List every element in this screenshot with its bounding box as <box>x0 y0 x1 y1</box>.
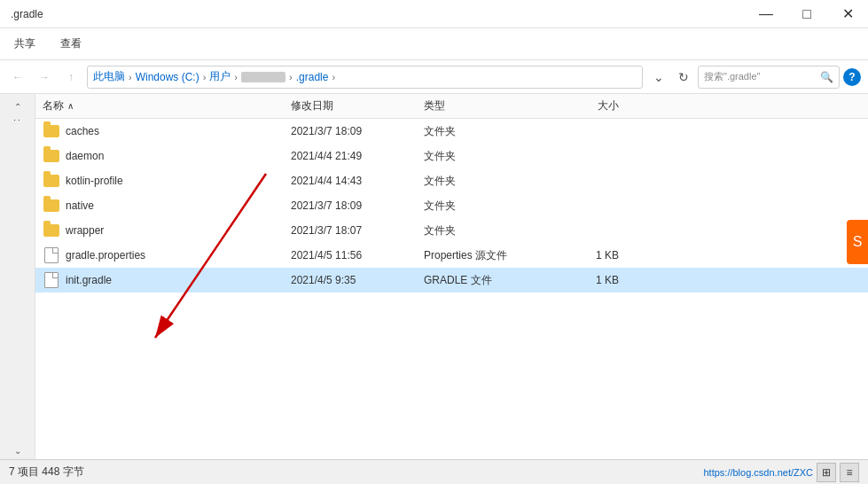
file-date: 2021/4/4 21:49 <box>291 150 424 162</box>
file-row-4[interactable]: native2021/3/7 18:09文件夹 <box>35 193 868 218</box>
file-type: GRADLE 文件 <box>424 273 548 288</box>
ribbon: 共享 查看 <box>0 28 868 60</box>
window-title: .gradle <box>11 8 43 20</box>
search-box[interactable]: 搜索".gradle" 🔍 <box>698 66 840 89</box>
file-area: 名称 ∧ 修改日期 类型 大小 caches2021/3/7 18:09文件夹d… <box>35 94 868 459</box>
file-type: 文件夹 <box>424 199 548 214</box>
file-row-3[interactable]: kotlin-profile2021/4/4 14:43文件夹 <box>35 168 868 193</box>
minimize-button[interactable]: — <box>746 0 786 28</box>
refresh-button[interactable]: ↻ <box>673 66 694 88</box>
file-type: 文件夹 <box>424 124 548 139</box>
column-header-row: 名称 ∧ 修改日期 类型 大小 <box>35 94 868 119</box>
window-controls: — □ ✕ <box>746 0 868 28</box>
forward-button[interactable]: → <box>34 66 55 88</box>
col-header-name[interactable]: 名称 ∧ <box>43 98 291 113</box>
file-row-5[interactable]: wrapper2021/3/7 18:07文件夹 <box>35 218 868 243</box>
file-date: 2021/3/7 18:07 <box>291 224 424 237</box>
file-name: wrapper <box>66 224 291 237</box>
maximize-button[interactable]: □ <box>786 0 827 28</box>
breadcrumb[interactable]: 此电脑 › Windows (C:) › 用户 › › .gradle › <box>87 66 643 89</box>
file-name: gradle.properties <box>66 249 291 262</box>
file-name: caches <box>66 125 291 137</box>
file-date: 2021/4/5 9:35 <box>291 274 424 286</box>
folder-icon <box>43 222 60 239</box>
file-size: 1 KB <box>548 274 619 286</box>
col-header-type[interactable]: 类型 <box>424 98 548 113</box>
sidebar-scroll-down[interactable]: ⌄ <box>14 446 21 456</box>
ribbon-tab-view[interactable]: 查看 <box>57 35 85 53</box>
dropdown-button[interactable]: ⌄ <box>648 66 669 88</box>
folder-icon <box>43 147 60 165</box>
sidebar-label: : <box>9 115 27 125</box>
file-date: 2021/4/5 11:56 <box>291 249 424 262</box>
file-type: Properties 源文件 <box>424 248 548 263</box>
file-date: 2021/4/4 14:43 <box>291 175 424 187</box>
file-name: init.gradle <box>66 274 291 286</box>
help-button[interactable]: ? <box>843 68 861 86</box>
folder-icon <box>43 122 60 140</box>
view-list-button[interactable]: ≡ <box>840 463 859 482</box>
breadcrumb-users[interactable]: 用户 <box>209 69 231 84</box>
file-type: 文件夹 <box>424 174 548 189</box>
file-name: daemon <box>66 150 291 162</box>
breadcrumb-gradle[interactable]: .gradle <box>296 71 329 83</box>
col-header-size[interactable]: 大小 <box>548 98 619 113</box>
document-icon <box>43 271 60 289</box>
title-bar: .gradle — □ ✕ <box>0 0 868 28</box>
file-type: 文件夹 <box>424 149 548 164</box>
file-row-2[interactable]: daemon2021/4/4 21:49文件夹 <box>35 144 868 168</box>
status-bar: 7 项目 448 字节 https://blog.csdn.net/ZXC ⊞ … <box>0 459 868 484</box>
document-icon <box>43 246 60 264</box>
file-date: 2021/3/7 18:09 <box>291 199 424 212</box>
file-row-1[interactable]: caches2021/3/7 18:09文件夹 <box>35 119 868 144</box>
folder-icon <box>43 172 60 190</box>
file-list: caches2021/3/7 18:09文件夹daemon2021/4/4 21… <box>35 119 868 459</box>
ribbon-tab-share[interactable]: 共享 <box>11 35 39 53</box>
main-area: ⌃ : ⌄ 名称 ∧ 修改日期 类型 大小 caches2021/3/7 18:… <box>0 94 868 459</box>
breadcrumb-drive[interactable]: Windows (C:) <box>136 71 199 83</box>
breadcrumb-username <box>241 72 285 82</box>
sidebar: ⌃ : ⌄ <box>0 94 35 459</box>
search-placeholder: 搜索".gradle" <box>704 70 817 83</box>
address-right: ⌄ ↻ 搜索".gradle" 🔍 ? <box>648 66 861 89</box>
col-header-date[interactable]: 修改日期 <box>291 98 424 113</box>
file-name: kotlin-profile <box>66 175 291 187</box>
file-name: native <box>66 199 291 212</box>
up-button[interactable]: ↑ <box>60 66 82 88</box>
search-icon[interactable]: 🔍 <box>820 71 833 83</box>
file-date: 2021/3/7 18:09 <box>291 125 424 137</box>
file-row-7[interactable]: init.gradle2021/4/5 9:35GRADLE 文件1 KB <box>35 268 868 293</box>
view-grid-button[interactable]: ⊞ <box>817 463 836 482</box>
file-size: 1 KB <box>548 249 619 262</box>
folder-icon <box>43 197 60 215</box>
status-link: https://blog.csdn.net/ZXC <box>703 467 813 478</box>
close-button[interactable]: ✕ <box>827 0 868 28</box>
file-row-6[interactable]: gradle.properties2021/4/5 11:56Propertie… <box>35 243 868 268</box>
annotation-badge: S <box>847 220 868 264</box>
status-right: https://blog.csdn.net/ZXC ⊞ ≡ <box>703 463 859 482</box>
sidebar-scroll-up[interactable]: ⌃ <box>0 98 35 115</box>
file-type: 文件夹 <box>424 223 548 238</box>
address-bar: ← → ↑ 此电脑 › Windows (C:) › 用户 › › .gradl… <box>0 60 868 94</box>
back-button[interactable]: ← <box>7 66 28 88</box>
status-item-count: 7 项目 448 字节 <box>9 464 84 480</box>
breadcrumb-pc[interactable]: 此电脑 <box>93 69 125 84</box>
